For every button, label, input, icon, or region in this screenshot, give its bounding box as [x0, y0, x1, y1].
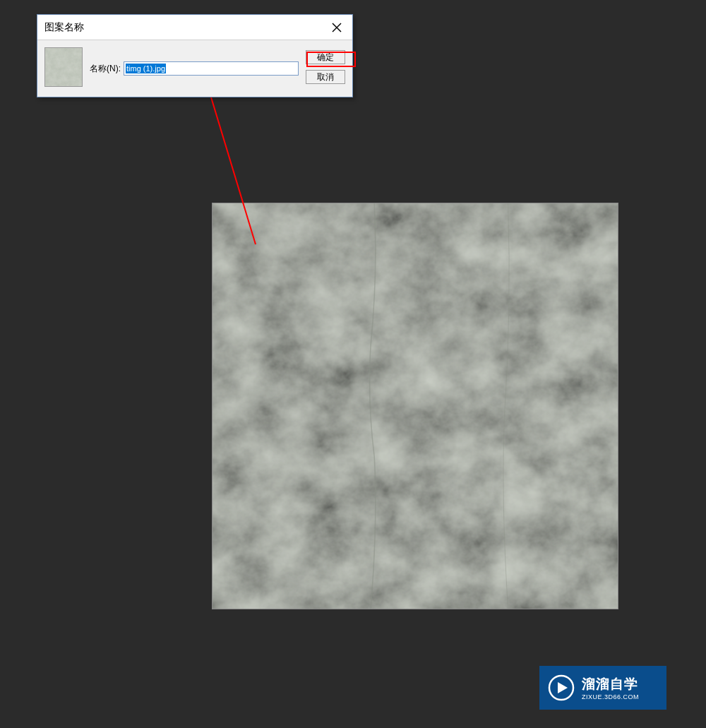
name-label: 名称(N): [90, 63, 121, 75]
cancel-button[interactable]: 取消 [306, 70, 345, 84]
watermark: 溜溜自学 ZIXUE.3D66.COM [539, 666, 666, 710]
svg-marker-10 [558, 682, 568, 693]
name-input-value: timg (1).jpg [126, 64, 166, 73]
watermark-sub-text: ZIXUE.3D66.COM [582, 693, 639, 700]
svg-rect-8 [45, 48, 82, 86]
pattern-name-dialog: 图案名称 名称(N): timg ( [37, 14, 353, 97]
dialog-titlebar[interactable]: 图案名称 [37, 15, 352, 40]
close-icon [331, 22, 342, 33]
dialog-body: 名称(N): timg (1).jpg 确定 取消 [37, 40, 352, 94]
pattern-preview-thumbnail [44, 47, 83, 87]
watermark-main-text: 溜溜自学 [582, 675, 639, 693]
close-button[interactable] [321, 15, 352, 40]
dialog-buttons: 确定 取消 [306, 50, 345, 84]
canvas-texture [212, 203, 618, 609]
watermark-logo-icon [548, 674, 575, 701]
name-field-row: 名称(N): timg (1).jpg [90, 61, 299, 76]
svg-rect-2 [213, 203, 618, 609]
dialog-title: 图案名称 [37, 21, 321, 34]
ok-button[interactable]: 确定 [306, 50, 345, 64]
watermark-text: 溜溜自学 ZIXUE.3D66.COM [582, 675, 639, 700]
name-input[interactable]: timg (1).jpg [124, 61, 299, 76]
